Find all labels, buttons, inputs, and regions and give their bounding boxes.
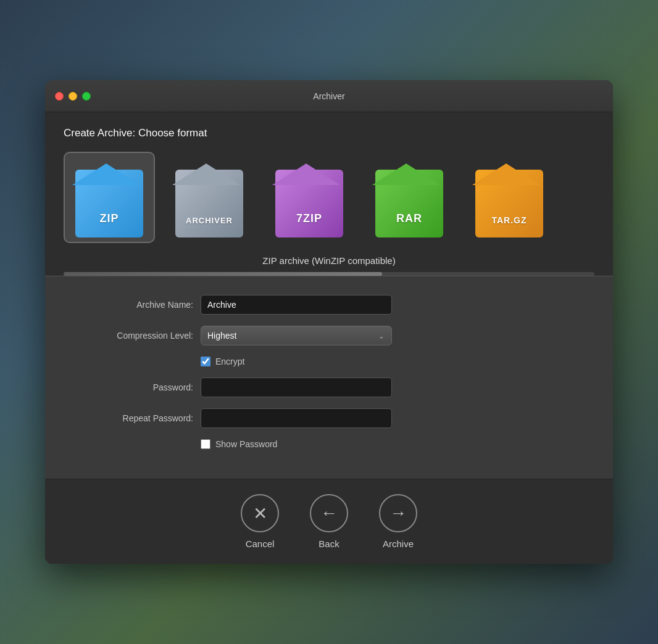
format-archiver[interactable]: ARCHIVER — [164, 152, 255, 243]
archive-name-input[interactable] — [201, 295, 392, 315]
archive-label: Archive — [383, 539, 414, 549]
maximize-button[interactable] — [82, 92, 91, 101]
encrypt-checkbox[interactable] — [201, 357, 210, 366]
password-label: Password: — [70, 382, 193, 392]
archive-name-row: Archive Name: — [70, 295, 588, 315]
archiver-envelope: ARCHIVER — [172, 157, 246, 237]
encrypt-text: Encrypt — [215, 357, 244, 366]
repeat-password-label: Repeat Password: — [70, 413, 193, 423]
sevenzip-envelope: 7ZIP — [272, 157, 346, 237]
zip-envelope: ZIP — [72, 157, 146, 237]
compression-select-wrapper: Fastest Fast Normal High Highest — [201, 326, 392, 345]
cancel-button[interactable]: ✕ Cancel — [241, 494, 279, 549]
cancel-icon: ✕ — [241, 494, 279, 532]
encrypt-label[interactable]: Encrypt — [201, 357, 244, 366]
back-button[interactable]: ← Back — [310, 494, 348, 549]
show-password-text: Show Password — [215, 439, 277, 449]
format-rar[interactable]: RAR — [364, 152, 455, 243]
compression-level-label: Compression Level: — [70, 331, 193, 341]
compression-level-select[interactable]: Fastest Fast Normal High Highest — [201, 326, 392, 345]
format-zip[interactable]: ZIP — [64, 152, 155, 243]
back-label: Back — [319, 539, 339, 549]
repeat-password-input[interactable] — [201, 408, 392, 428]
password-row: Password: — [70, 378, 588, 397]
button-bar: ✕ Cancel ← Back → Archive — [45, 479, 613, 564]
show-password-label[interactable]: Show Password — [201, 439, 277, 449]
repeat-password-row: Repeat Password: — [70, 408, 588, 428]
cancel-label: Cancel — [246, 539, 275, 549]
rar-envelope: RAR — [372, 157, 446, 237]
sevenzip-label: 7ZIP — [296, 212, 322, 225]
archiver-label: ARCHIVER — [186, 216, 233, 225]
show-password-row: Show Password — [70, 439, 588, 449]
show-password-checkbox[interactable] — [201, 439, 210, 449]
zip-label: ZIP — [99, 212, 119, 225]
password-input[interactable] — [201, 378, 392, 397]
format-7zip[interactable]: 7ZIP — [264, 152, 355, 243]
section-heading: Create Archive: Choose format — [64, 127, 594, 139]
targz-label: TAR.GZ — [491, 215, 527, 225]
back-icon: ← — [310, 494, 348, 532]
compression-level-row: Compression Level: Fastest Fast Normal H… — [70, 326, 588, 345]
archive-button[interactable]: → Archive — [379, 494, 417, 549]
rar-label: RAR — [396, 212, 422, 225]
format-targz[interactable]: TAR.GZ — [464, 152, 555, 243]
window-title: Archiver — [313, 91, 344, 101]
archive-name-label: Archive Name: — [70, 300, 193, 310]
format-selector: ZIP ARCHIVER 7ZIP — [64, 152, 594, 243]
titlebar: Archiver — [45, 80, 613, 112]
heading-bold: Create Archive: — [64, 127, 135, 139]
top-section: Create Archive: Choose format ZIP ARCHIV… — [45, 112, 613, 276]
archive-icon: → — [379, 494, 417, 532]
main-window: Archiver Create Archive: Choose format Z… — [45, 80, 613, 564]
minimize-button[interactable] — [69, 92, 77, 101]
heading-normal: Choose format — [135, 127, 207, 139]
targz-envelope: TAR.GZ — [472, 157, 546, 237]
selected-format-name: ZIP archive (WinZIP compatible) — [64, 255, 594, 266]
close-button[interactable] — [55, 92, 64, 101]
form-section: Archive Name: Compression Level: Fastest… — [45, 276, 613, 479]
traffic-lights — [55, 92, 91, 101]
encrypt-row: Encrypt — [70, 357, 588, 366]
